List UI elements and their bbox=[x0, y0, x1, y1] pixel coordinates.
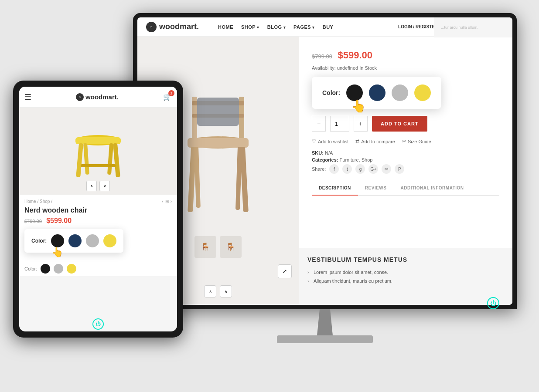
logo-icon: ⌂ bbox=[146, 22, 157, 32]
share-facebook[interactable]: f bbox=[329, 164, 339, 174]
tablet-color-label: Color: bbox=[31, 238, 47, 244]
share-email[interactable]: ✉ bbox=[382, 164, 391, 174]
nav-buy[interactable]: BUY bbox=[323, 24, 334, 30]
tablet-cart-icon[interactable]: 🛒 2 bbox=[163, 93, 172, 101]
tablet-swatch-yellow[interactable] bbox=[103, 234, 116, 247]
monitor-screen: ⌂ woodmart. HOME SHOP BLOG PAGES BUY LOG… bbox=[137, 17, 512, 305]
compare-link[interactable]: ⇄ Add to compare bbox=[355, 139, 395, 144]
breadcrumb-grid[interactable]: ⊞ bbox=[165, 199, 169, 204]
svg-rect-5 bbox=[188, 138, 249, 148]
categories-row: Categories: Furniture, Shop bbox=[312, 157, 499, 162]
image-nav-arrows: ∧ ∨ bbox=[204, 285, 232, 297]
thumb-2[interactable]: 🪑 bbox=[220, 236, 242, 258]
prev-image-button[interactable]: ∧ bbox=[204, 285, 216, 297]
breadcrumb-text: Home / Shop / bbox=[24, 199, 52, 204]
color-swatch-gray[interactable] bbox=[392, 84, 408, 101]
yellow-stool-svg bbox=[68, 121, 129, 182]
tablet-next-image[interactable]: ∨ bbox=[99, 181, 110, 191]
hamburger-menu-button[interactable]: ☰ bbox=[24, 92, 31, 102]
login-register-link[interactable]: LOGIN / REGISTER bbox=[398, 24, 438, 29]
share-google-plus[interactable]: G+ bbox=[368, 164, 378, 174]
original-price: $799.00 bbox=[312, 53, 332, 60]
nav-shop[interactable]: SHOP bbox=[241, 24, 259, 30]
svg-rect-16 bbox=[107, 143, 113, 175]
desktop-monitor: ⌂ woodmart. HOME SHOP BLOG PAGES BUY LOG… bbox=[133, 13, 517, 353]
breadcrumb-prev[interactable]: ‹ bbox=[162, 199, 163, 204]
tablet-prev-image[interactable]: ∧ bbox=[86, 181, 97, 191]
product-tabs: DESCRIPTION REVIEWS ADDITIONAL INFORMATI… bbox=[312, 181, 499, 196]
tablet-screen: ☰ ⌂ woodmart. 🛒 2 bbox=[19, 87, 177, 331]
expand-button[interactable]: ⤢ bbox=[278, 264, 292, 278]
tablet-header: ☰ ⌂ woodmart. 🛒 2 bbox=[19, 87, 177, 108]
size-guide-link[interactable]: ✂ Size Guide bbox=[402, 139, 431, 144]
availability-text: Availability: undefined In Stock bbox=[312, 65, 499, 71]
tab-reviews[interactable]: REVIEWS bbox=[358, 181, 394, 196]
svg-rect-8 bbox=[194, 146, 201, 207]
cursor-hand-icon: 👆 bbox=[351, 99, 366, 113]
color-swatch-navy[interactable] bbox=[369, 84, 385, 101]
action-links: ♡ Add to wishlist ⇄ Add to compare ✂ Siz… bbox=[312, 139, 499, 144]
tablet-breadcrumb: Home / Shop / ‹ ⊞ › bbox=[24, 199, 172, 204]
svg-rect-10 bbox=[197, 98, 239, 126]
description-list: Lorem ipsum dolor sit amet, conse. Aliqu… bbox=[307, 268, 504, 286]
breadcrumb-next[interactable]: › bbox=[171, 199, 172, 204]
next-image-button[interactable]: ∨ bbox=[220, 285, 232, 297]
tablet-product-title: Nerd wooden chair bbox=[24, 206, 172, 214]
tablet-logo-text: woodmart. bbox=[85, 93, 119, 101]
quantity-row: − + ADD TO CART bbox=[312, 116, 499, 132]
nav-home[interactable]: HOME bbox=[218, 24, 233, 30]
tablet-power-button[interactable]: ⏻ bbox=[92, 318, 104, 330]
share-pinterest[interactable]: P bbox=[395, 164, 404, 174]
quantity-decrease-button[interactable]: − bbox=[312, 116, 326, 132]
tablet-secondary-swatch-gray[interactable] bbox=[54, 264, 63, 274]
monitor-power-button[interactable]: ⏻ bbox=[487, 297, 499, 309]
tablet-secondary-color-label: Color: bbox=[24, 266, 37, 271]
share-google[interactable]: g bbox=[355, 164, 365, 174]
description-area: VESTIBULUM TEMPUS METUS Lorem ipsum dolo… bbox=[299, 248, 512, 305]
share-twitter[interactable]: t bbox=[342, 164, 352, 174]
monitor-base bbox=[277, 335, 373, 343]
tablet-secondary-swatch-black[interactable] bbox=[41, 264, 50, 274]
background-text: ...tur arcu nulla ullum. bbox=[434, 17, 512, 37]
logo-text: woodmart. bbox=[159, 22, 199, 31]
monitor-body: ⌂ woodmart. HOME SHOP BLOG PAGES BUY LOG… bbox=[133, 13, 517, 309]
tablet-device: ☰ ⌂ woodmart. 🛒 2 bbox=[13, 81, 183, 338]
tablet-secondary-swatch-yellow[interactable] bbox=[67, 264, 76, 274]
tablet-swatch-gray[interactable] bbox=[86, 234, 99, 247]
tablet-swatch-black[interactable] bbox=[51, 234, 64, 247]
wishlist-link[interactable]: ♡ Add to wishlist bbox=[312, 139, 348, 144]
sale-price: $599.00 bbox=[338, 50, 372, 61]
tablet-original-price: $799.00 bbox=[24, 219, 42, 224]
price-area: $799.00 $599.00 bbox=[312, 50, 499, 61]
tab-bar: DESCRIPTION REVIEWS ADDITIONAL INFORMATI… bbox=[312, 181, 499, 196]
svg-rect-15 bbox=[83, 143, 89, 175]
tablet-cart-badge: 2 bbox=[168, 90, 174, 96]
thumb-1[interactable]: 🪑 bbox=[194, 236, 216, 258]
svg-rect-17 bbox=[81, 164, 116, 167]
nav-pages[interactable]: PAGES bbox=[293, 24, 315, 30]
description-title: VESTIBULUM TEMPUS METUS bbox=[307, 256, 504, 263]
desc-item-1: Lorem ipsum dolor sit amet, conse. bbox=[307, 268, 504, 277]
quantity-increase-button[interactable]: + bbox=[354, 116, 368, 132]
tab-description[interactable]: DESCRIPTION bbox=[312, 181, 358, 196]
add-to-cart-button[interactable]: ADD TO CART bbox=[372, 116, 427, 132]
desktop-nav: HOME SHOP BLOG PAGES BUY bbox=[218, 24, 388, 30]
tablet-sale-price: $599.00 bbox=[46, 217, 72, 224]
svg-rect-14 bbox=[113, 143, 120, 178]
color-label: Color: bbox=[322, 89, 340, 96]
quantity-input[interactable] bbox=[330, 116, 349, 132]
tablet-price-area: $799.00 $599.00 bbox=[24, 217, 172, 225]
nav-blog[interactable]: BLOG bbox=[267, 24, 286, 30]
desc-item-2: Aliquam tincidunt, mauris eu pretium. bbox=[307, 277, 504, 286]
tab-additional-info[interactable]: ADDITIONAL INFORMATION bbox=[393, 181, 471, 196]
monitor-neck bbox=[312, 309, 338, 335]
tablet-color-row-secondary: Color: bbox=[19, 261, 177, 276]
tablet-color-picker-popup: Color: 👆 bbox=[24, 229, 123, 253]
color-swatch-yellow[interactable] bbox=[414, 84, 431, 101]
sku-row: SKU: N/A bbox=[312, 150, 499, 155]
tablet-product-image: ∧ ∨ bbox=[19, 108, 177, 195]
tablet-swatch-navy[interactable] bbox=[68, 234, 82, 247]
breadcrumb-nav: ‹ ⊞ › bbox=[162, 199, 172, 204]
tablet-product-info: Home / Shop / ‹ ⊞ › Nerd wooden chair $7… bbox=[19, 195, 177, 261]
tablet-image-nav: ∧ ∨ bbox=[86, 181, 110, 191]
